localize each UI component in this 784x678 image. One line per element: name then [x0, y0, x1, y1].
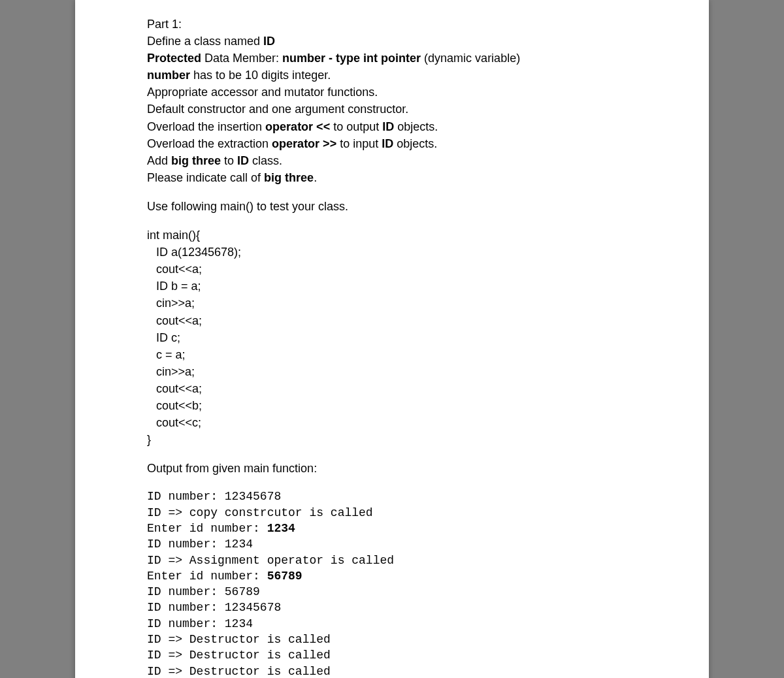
text: Overload the extraction	[147, 137, 272, 150]
text: objects.	[393, 137, 437, 150]
code-line: cout<<a;	[147, 380, 637, 397]
instruction-bigthree: Add big three to ID class.	[147, 152, 637, 169]
text: Add	[147, 154, 171, 167]
code-line: ID a(12345678);	[147, 244, 637, 261]
output-text: ID number: 1234	[147, 617, 253, 630]
output-line: ID => Destructor is called	[147, 664, 637, 678]
code-line: cout<<a;	[147, 312, 637, 329]
code-line: cout<<a;	[147, 261, 637, 278]
text: class.	[249, 154, 282, 167]
code-line: int main(){	[147, 227, 637, 244]
text: .	[314, 171, 317, 184]
instruction-number: number has to be 10 digits integer.	[147, 67, 637, 84]
output-text: ID number: 12345678	[147, 490, 281, 503]
instruction-define: Define a class named ID	[147, 33, 637, 50]
output-line: ID => Destructor is called	[147, 632, 637, 647]
operator-insertion: operator <<	[265, 120, 330, 133]
text: to output	[330, 120, 382, 133]
output-text: ID number: 56789	[147, 585, 260, 598]
protected-keyword: Protected	[147, 52, 201, 65]
member-decl: number - type int pointer	[282, 52, 421, 65]
output-text: ID => Destructor is called	[147, 649, 331, 662]
output-text: ID => Destructor is called	[147, 633, 331, 646]
output-bold: 56789	[267, 570, 302, 583]
output-bold: 1234	[267, 522, 295, 535]
text: Define a class named	[147, 35, 263, 48]
code-line: cin>>a;	[147, 295, 637, 312]
instruction-constructors: Default constructor and one argument con…	[147, 101, 637, 118]
part-label: Part 1:	[147, 16, 637, 33]
output-line: ID => Destructor is called	[147, 647, 637, 663]
code-line: ID b = a;	[147, 278, 637, 295]
output-line: Enter id number: 1234	[147, 521, 637, 536]
text: to input	[336, 137, 382, 150]
instruction-insertion: Overload the insertion operator << to ou…	[147, 118, 637, 135]
text: to	[221, 154, 237, 167]
operator-extraction: operator >>	[272, 137, 336, 150]
id-ref: ID	[237, 154, 249, 167]
instruction-indicate: Please indicate call of big three.	[147, 169, 637, 186]
document-content: Part 1: Define a class named ID Protecte…	[147, 16, 637, 678]
output-line: ID number: 12345678	[147, 489, 637, 504]
use-main-label: Use following main() to test your class.	[147, 198, 637, 215]
output-line: ID number: 1234	[147, 536, 637, 552]
output-line: ID number: 56789	[147, 584, 637, 600]
text: has to be 10 digits integer.	[190, 69, 331, 82]
text: objects.	[394, 120, 438, 133]
instruction-accessor: Appropriate accessor and mutator functio…	[147, 84, 637, 101]
code-line: cin>>a;	[147, 363, 637, 380]
spacer	[147, 477, 637, 489]
code-line: }	[147, 431, 637, 448]
document-page: Part 1: Define a class named ID Protecte…	[75, 0, 709, 678]
text: (dynamic variable)	[421, 52, 520, 65]
big-three: big three	[171, 154, 221, 167]
code-line: cout<<c;	[147, 414, 637, 431]
number-keyword: number	[147, 69, 190, 82]
code-line: cout<<b;	[147, 397, 637, 414]
id-ref: ID	[382, 120, 394, 133]
output-text: ID => Destructor is called	[147, 665, 331, 678]
output-block: ID number: 12345678ID => copy constrcuto…	[147, 489, 637, 678]
big-three: big three	[264, 171, 314, 184]
output-label: Output from given main function:	[147, 460, 637, 477]
main-code-block: int main(){ID a(12345678);cout<<a;ID b =…	[147, 227, 637, 448]
output-text: ID => Assignment operator is called	[147, 554, 394, 567]
id-ref: ID	[382, 137, 393, 150]
text: Overload the insertion	[147, 120, 265, 133]
instruction-extraction: Overload the extraction operator >> to i…	[147, 135, 637, 152]
text: Please indicate call of	[147, 171, 264, 184]
output-line: ID number: 1234	[147, 616, 637, 632]
class-name: ID	[263, 35, 275, 48]
output-line: Enter id number: 56789	[147, 568, 637, 584]
code-line: c = a;	[147, 346, 637, 363]
spacer	[147, 448, 637, 460]
spacer	[147, 186, 637, 198]
instruction-protected: Protected Data Member: number - type int…	[147, 50, 637, 67]
output-line: ID => Assignment operator is called	[147, 553, 637, 568]
output-text: ID number: 1234	[147, 538, 253, 551]
output-text: ID number: 12345678	[147, 601, 281, 614]
output-line: ID number: 12345678	[147, 600, 637, 615]
spacer	[147, 215, 637, 227]
code-line: ID c;	[147, 329, 637, 346]
output-line: ID => copy constrcutor is called	[147, 505, 637, 521]
output-text: Enter id number:	[147, 570, 267, 583]
text: Data Member:	[201, 52, 282, 65]
output-text: Enter id number:	[147, 522, 267, 535]
output-text: ID => copy constrcutor is called	[147, 506, 373, 519]
